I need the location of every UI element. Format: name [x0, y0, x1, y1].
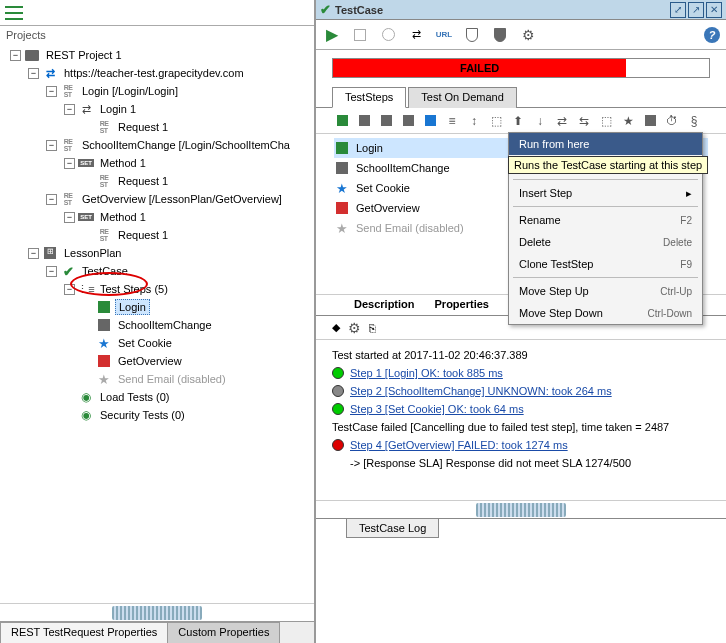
- loop-button[interactable]: [378, 25, 398, 45]
- splitter-handle[interactable]: [112, 606, 202, 620]
- tree-node[interactable]: RESTRequest 1: [0, 226, 314, 244]
- tree-label: Method 1: [97, 156, 149, 170]
- steps-toolbar: ≡ ↕ ⬚ ⬆ ↓ ⇄ ⇆ ⬚ ★ ⏱ §: [316, 108, 726, 134]
- tree-node[interactable]: SchoolItemChange: [0, 316, 314, 334]
- log-step1[interactable]: Step 1 [Login] OK: took 885 ms: [350, 367, 503, 379]
- step-list[interactable]: LoginSchoolItemChange★Set CookieGetOverv…: [316, 134, 726, 294]
- tb-icon[interactable]: [378, 113, 394, 129]
- steps-icon: ⋮≡: [78, 281, 94, 297]
- tree-node[interactable]: −⊞LessonPlan: [0, 244, 314, 262]
- tree-node[interactable]: −⇄https://teacher-test.grapecitydev.com: [0, 64, 314, 82]
- log-step2[interactable]: Step 2 [SchoolItemChange] UNKNOWN: took …: [350, 385, 612, 397]
- ctx-run-from-here[interactable]: Run from here: [509, 133, 702, 155]
- tree-node[interactable]: RESTRequest 1: [0, 172, 314, 190]
- tree-node[interactable]: −⋮≡Test Steps (5): [0, 280, 314, 298]
- close-button[interactable]: ✕: [706, 2, 722, 18]
- eraser-icon[interactable]: ◆: [332, 321, 340, 334]
- tree-label: Send Email (disabled): [115, 372, 229, 386]
- tree-node[interactable]: ★Send Email (disabled): [0, 370, 314, 388]
- ctx-rename[interactable]: RenameF2: [509, 209, 702, 231]
- gear-icon[interactable]: ⚙: [348, 320, 361, 336]
- tree-node[interactable]: −RESTSchoolItemChange [/Login/SchoolItem…: [0, 136, 314, 154]
- tb-icon[interactable]: ⇄: [554, 113, 570, 129]
- tree-node[interactable]: −SETMethod 1: [0, 154, 314, 172]
- tree-node[interactable]: RESTRequest 1: [0, 118, 314, 136]
- tb-icon[interactable]: ⇆: [576, 113, 592, 129]
- star-icon[interactable]: ★: [620, 113, 636, 129]
- expander-icon[interactable]: −: [28, 248, 39, 259]
- tree-node[interactable]: ◉Load Tests (0): [0, 388, 314, 406]
- step-bottom-tab[interactable]: Properties: [425, 295, 499, 315]
- expander-icon[interactable]: −: [46, 266, 57, 277]
- expander-icon[interactable]: −: [64, 104, 75, 115]
- shield-button[interactable]: [462, 25, 482, 45]
- step-bottom-tab[interactable]: Description: [344, 295, 425, 315]
- shield2-button[interactable]: [490, 25, 510, 45]
- tree-node[interactable]: −REST Project 1: [0, 46, 314, 64]
- tb-icon[interactable]: [356, 113, 372, 129]
- set-icon: SET: [78, 155, 94, 171]
- expander-icon[interactable]: −: [10, 50, 21, 61]
- tree-node[interactable]: −SETMethod 1: [0, 208, 314, 226]
- tree-label: GetOverview: [115, 354, 185, 368]
- tb-icon[interactable]: [334, 113, 350, 129]
- log-sla: -> [Response SLA] Response did not meet …: [332, 454, 710, 472]
- gear-button[interactable]: ⚙: [518, 25, 538, 45]
- tb-icon[interactable]: ⏱: [664, 113, 680, 129]
- failed-label: FAILED: [333, 59, 626, 77]
- tree-node[interactable]: GetOverview: [0, 352, 314, 370]
- log-step3[interactable]: Step 3 [Set Cookie] OK: took 64 ms: [350, 403, 524, 415]
- expander-icon[interactable]: −: [64, 284, 75, 295]
- tree-node[interactable]: −RESTGetOverview [/LessonPlan/GetOvervie…: [0, 190, 314, 208]
- play-button[interactable]: ▶: [322, 25, 342, 45]
- ctx-move-down[interactable]: Move Step DownCtrl-Down: [509, 302, 702, 324]
- rest-icon: REST: [96, 173, 112, 189]
- bottom-tab[interactable]: REST TestRequest Properties: [0, 622, 168, 643]
- tb-icon[interactable]: ⬆: [510, 113, 526, 129]
- tree-label: Security Tests (0): [97, 408, 188, 422]
- ctx-move-up[interactable]: Move Step UpCtrl-Up: [509, 280, 702, 302]
- expander-icon[interactable]: −: [28, 68, 39, 79]
- main-tab[interactable]: Test On Demand: [408, 87, 517, 108]
- expander-icon[interactable]: −: [46, 194, 57, 205]
- bottom-tab[interactable]: Custom Properties: [167, 622, 280, 643]
- expander-icon[interactable]: −: [46, 86, 57, 97]
- minimize-button[interactable]: ⤢: [670, 2, 686, 18]
- grid-icon: [334, 160, 350, 176]
- link-icon[interactable]: ⇄: [406, 25, 426, 45]
- tb-icon[interactable]: ↓: [532, 113, 548, 129]
- stop-button[interactable]: [350, 25, 370, 45]
- tree-node[interactable]: ★Set Cookie: [0, 334, 314, 352]
- help-button[interactable]: ?: [704, 27, 720, 43]
- main-tab[interactable]: TestSteps: [332, 87, 406, 108]
- tb-icon[interactable]: [400, 113, 416, 129]
- project-tree[interactable]: −REST Project 1−⇄https://teacher-test.gr…: [0, 44, 314, 603]
- tree-node[interactable]: ◉Security Tests (0): [0, 406, 314, 424]
- step-label: GetOverview: [356, 202, 420, 214]
- tb-icon[interactable]: [422, 113, 438, 129]
- ctx-delete[interactable]: DeleteDelete: [509, 231, 702, 253]
- log-step4[interactable]: Step 4 [GetOverview] FAILED: took 1274 m…: [350, 439, 568, 451]
- export-icon[interactable]: ⎘: [369, 322, 376, 334]
- expander-icon[interactable]: −: [46, 140, 57, 151]
- tb-icon[interactable]: ⬚: [598, 113, 614, 129]
- ctx-clone[interactable]: Clone TestStepF9: [509, 253, 702, 275]
- tb-icon[interactable]: ⬚: [488, 113, 504, 129]
- tree-node[interactable]: Login: [0, 298, 314, 316]
- grid-red-icon: [334, 200, 350, 216]
- tb-icon[interactable]: ≡: [444, 113, 460, 129]
- expander-icon[interactable]: −: [64, 212, 75, 223]
- url-button[interactable]: URL: [434, 25, 454, 45]
- splitter-handle[interactable]: [476, 503, 566, 517]
- tree-node[interactable]: −⇄Login 1: [0, 100, 314, 118]
- ctx-insert[interactable]: Insert Step▸: [509, 182, 702, 204]
- menu-icon[interactable]: [5, 6, 23, 20]
- tree-node[interactable]: −RESTLogin [/Login/Login]: [0, 82, 314, 100]
- tree-node[interactable]: −✔TestCase: [0, 262, 314, 280]
- expander-icon[interactable]: −: [64, 158, 75, 169]
- maximize-button[interactable]: ↗: [688, 2, 704, 18]
- tb-icon[interactable]: [642, 113, 658, 129]
- tb-icon[interactable]: ↕: [466, 113, 482, 129]
- log-tab[interactable]: TestCase Log: [346, 519, 439, 538]
- tb-icon[interactable]: §: [686, 113, 702, 129]
